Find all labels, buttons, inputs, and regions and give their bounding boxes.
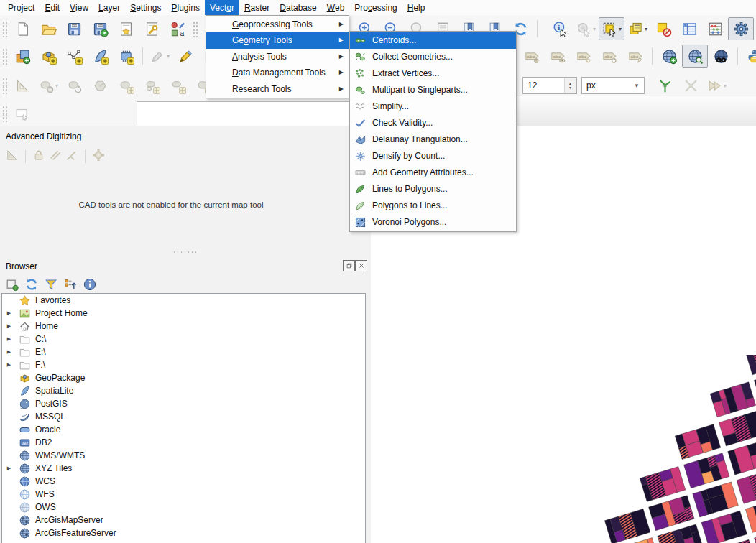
collapse-tree-button[interactable]	[63, 277, 78, 294]
select-by-button[interactable]: ▾	[624, 17, 650, 40]
tree-item-mssql[interactable]: MSSQL	[2, 410, 365, 423]
new-shapefile-button[interactable]	[61, 45, 87, 68]
menu-item-extract-vertices[interactable]: Extract Vertices...	[350, 65, 516, 82]
menu-item-densify-by-count[interactable]: Densify by Count...	[350, 148, 516, 164]
tree-item-db2[interactable]: DB2DB2	[2, 436, 365, 449]
menu-item-geometry-tools[interactable]: Geometry Tools▶	[206, 32, 349, 48]
processing-gear-button[interactable]	[728, 17, 754, 40]
tree-item-oracle[interactable]: Oracle	[2, 423, 365, 436]
menu-view[interactable]: View	[65, 0, 93, 15]
snap-green-button[interactable]	[652, 74, 678, 97]
expand-arrow-icon[interactable]: ▶	[5, 349, 13, 355]
toolbar-grip[interactable]	[192, 20, 198, 37]
toolbar-grip[interactable]	[1, 20, 8, 37]
menu-item-centroids[interactable]: Centroids...	[350, 32, 516, 49]
tree-item-ows[interactable]: OWS	[2, 501, 365, 514]
tree-item-spatialite[interactable]: SpatiaLite	[2, 384, 365, 397]
menu-edit[interactable]: Edit	[40, 0, 65, 15]
menu-item-collect-geometries[interactable]: Collect Geometries...	[350, 49, 516, 65]
map-canvas[interactable]	[604, 355, 756, 543]
globe-search-button[interactable]	[682, 45, 708, 68]
dropdown-caret-icon[interactable]: ▾	[619, 26, 622, 32]
new-geopackage-button[interactable]	[35, 45, 61, 68]
datasource-button[interactable]	[9, 45, 35, 68]
menu-item-simplify[interactable]: Simplify...	[350, 98, 516, 115]
tree-item-home[interactable]: ▶Home	[2, 320, 365, 333]
menu-vector[interactable]: Vector	[205, 0, 239, 15]
tree-item-xyz-tiles[interactable]: ▶XYZ Tiles	[2, 462, 365, 475]
tree-item-wfs[interactable]: WFS	[2, 488, 365, 501]
file-new-button[interactable]	[9, 17, 35, 40]
menu-item-voronoi-polygons[interactable]: Voronoi Polygons...	[350, 214, 516, 231]
menu-item-multipart-to-singleparts[interactable]: Multipart to Singleparts...	[350, 82, 516, 98]
layout-manager-button[interactable]	[139, 17, 165, 40]
filter-funnel-button[interactable]	[44, 277, 58, 294]
menu-plugins[interactable]: Plugins	[167, 0, 205, 15]
style-manager-button[interactable]: a	[165, 17, 190, 40]
tree-item-arcgismapserver[interactable]: ArcGisMapServer	[2, 514, 365, 526]
expand-arrow-icon[interactable]: ▶	[5, 362, 13, 368]
menu-layer[interactable]: Layer	[93, 0, 125, 15]
attr-table-button[interactable]	[676, 17, 702, 40]
globe-bino-button[interactable]	[708, 45, 734, 68]
dropdown-caret-icon[interactable]: ▾	[167, 53, 170, 60]
dropdown-caret-icon[interactable]: ▾	[724, 83, 727, 89]
menu-item-add-geometry-attributes[interactable]: Add Geometry Attributes...	[350, 164, 516, 181]
dropdown-caret-icon[interactable]: ▾	[593, 26, 596, 32]
add-layer-button[interactable]	[5, 277, 19, 294]
save-as-button[interactable]	[87, 17, 113, 40]
spinbox-arrows[interactable]: ▲▼	[564, 78, 576, 93]
statistics-button[interactable]	[702, 17, 728, 40]
layout-new-button[interactable]	[113, 17, 139, 40]
toolbar-grip[interactable]	[1, 47, 8, 65]
tree-item-e[interactable]: ▶E:\	[2, 345, 365, 358]
menu-database[interactable]: Database	[275, 0, 321, 15]
menu-item-geoprocessing-tools[interactable]: Geoprocessing Tools▶	[206, 17, 349, 32]
menu-web[interactable]: Web	[322, 0, 350, 15]
new-virtual-button[interactable]	[113, 45, 139, 68]
folder-open-button[interactable]	[35, 17, 61, 40]
pencil-yellow-button[interactable]	[172, 45, 198, 68]
tree-item-f[interactable]: ▶F:\	[2, 358, 365, 371]
toolbar-grip[interactable]	[1, 77, 8, 94]
menu-item-research-tools[interactable]: Research Tools▶	[206, 81, 349, 97]
python-button[interactable]	[742, 45, 756, 68]
tree-item-geopackage[interactable]: GeoPackage	[2, 371, 365, 384]
expand-arrow-icon[interactable]: ▶	[5, 336, 13, 342]
tree-item-arcgisfeatureserver[interactable]: ArcGisFeatureServer	[2, 526, 365, 539]
expand-arrow-icon[interactable]: ▶	[5, 310, 13, 316]
tree-item-postgis[interactable]: PostGIS	[2, 397, 365, 410]
toolbar-grip[interactable]	[1, 105, 8, 122]
tree-item-c[interactable]: ▶C:\	[2, 333, 365, 345]
globe-add-button[interactable]	[656, 45, 682, 68]
menu-settings[interactable]: Settings	[125, 0, 166, 15]
menu-raster[interactable]: Raster	[239, 0, 275, 15]
menu-item-polygons-to-lines[interactable]: Polygons to Lines...	[350, 198, 516, 214]
dropdown-caret-icon[interactable]: ▾	[645, 26, 647, 32]
dropdown-caret-icon[interactable]: ▾	[55, 83, 58, 89]
menu-processing[interactable]: Processing	[349, 0, 402, 15]
menu-item-check-validity[interactable]: Check Validity...	[350, 115, 516, 131]
float-panel-button[interactable]	[343, 260, 355, 272]
panel-splitter-handle[interactable]	[172, 251, 197, 254]
refresh-blue-button[interactable]	[24, 277, 39, 294]
menu-project[interactable]: Project	[3, 0, 40, 15]
save-button[interactable]	[61, 17, 87, 40]
expand-arrow-icon[interactable]: ▶	[5, 465, 13, 471]
tree-item-wms-wmts[interactable]: WMS/WMTS	[2, 449, 365, 462]
tree-item-project-home[interactable]: ▶Project Home	[2, 307, 365, 320]
symbol-size-spinbox[interactable]: 12▲▼	[522, 77, 577, 94]
unit-combobox[interactable]: px▼	[581, 77, 645, 94]
menu-item-lines-to-polygons[interactable]: Lines to Polygons...	[350, 181, 516, 198]
menu-item-data-management-tools[interactable]: Data Management Tools▶	[206, 65, 349, 80]
expand-arrow-icon[interactable]: ▶	[5, 323, 13, 329]
select-rect-button[interactable]: ▾	[599, 17, 624, 40]
menu-item-analysis-tools[interactable]: Analysis Tools▶	[206, 49, 349, 65]
info-blue-button[interactable]	[83, 277, 97, 294]
menu-item-delaunay-triangulation[interactable]: Delaunay Triangulation...	[350, 131, 516, 148]
identify-button[interactable]: i	[547, 17, 573, 40]
close-panel-button[interactable]	[355, 260, 367, 272]
new-spatialite-button[interactable]	[87, 45, 113, 68]
tree-item-wcs[interactable]: WCS	[2, 475, 365, 488]
menu-help[interactable]: Help	[402, 0, 430, 15]
